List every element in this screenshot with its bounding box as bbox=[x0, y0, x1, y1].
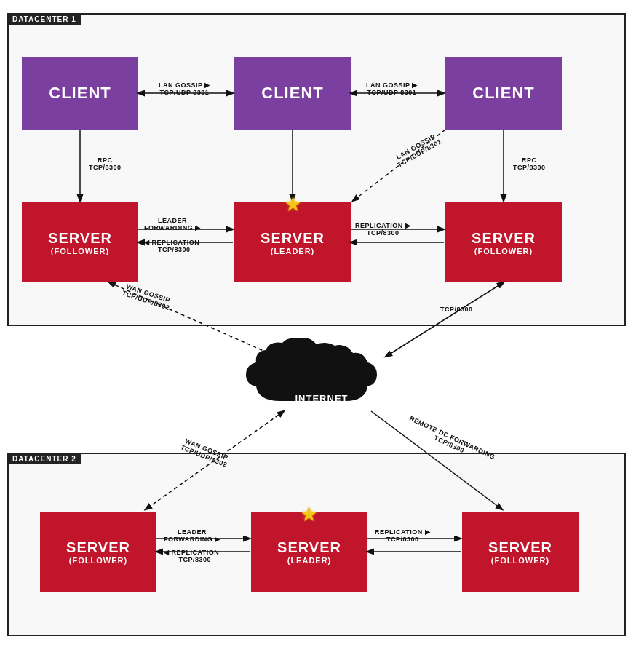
tcp8300-dc1-internet: TCP/8300 bbox=[440, 306, 473, 313]
leader1-star: ★ bbox=[284, 192, 302, 216]
datacenter2-label: DATACENTER 2 bbox=[8, 453, 81, 464]
lan-gossip-label-1: LAN GOSSIP ▶ TCP/UDP 8301 bbox=[159, 82, 210, 96]
replication-label-3: ◀ REPLICATION TCP/8300 bbox=[164, 549, 219, 563]
leader2-star: ★ bbox=[300, 502, 318, 526]
internet-cloud: INTERNET bbox=[240, 337, 403, 417]
client2-box: CLIENT bbox=[234, 57, 351, 130]
rpc-label-1: RPCTCP/8300 bbox=[89, 156, 122, 171]
client3-box: CLIENT bbox=[445, 57, 562, 130]
server1-follower-box: SERVER (FOLLOWER) bbox=[22, 202, 138, 282]
datacenter1-label: DATACENTER 1 bbox=[8, 14, 81, 25]
rpc-label-2: RPCTCP/8300 bbox=[513, 156, 546, 171]
replication-label-1: ◀ REPLICATION TCP/8300 bbox=[144, 239, 199, 253]
replication-label-4: REPLICATION ▶TCP/8300 bbox=[375, 528, 430, 543]
leader-forwarding-label-1: LEADERFORWARDING ▶ bbox=[144, 217, 201, 231]
server2-follower-box: SERVER (FOLLOWER) bbox=[40, 512, 156, 592]
replication-label-2: REPLICATION ▶TCP/8300 bbox=[355, 222, 410, 237]
internet-label: INTERNET bbox=[295, 393, 349, 404]
lan-gossip-label-2: LAN GOSSIP ▶ TCP/UDP 8301 bbox=[366, 82, 418, 96]
leader-forwarding-label-2: LEADERFORWARDING ▶ bbox=[164, 528, 220, 543]
client1-box: CLIENT bbox=[22, 57, 138, 130]
server2-follower2-box: SERVER (FOLLOWER) bbox=[462, 512, 579, 592]
server1-follower2-box: SERVER (FOLLOWER) bbox=[445, 202, 562, 282]
